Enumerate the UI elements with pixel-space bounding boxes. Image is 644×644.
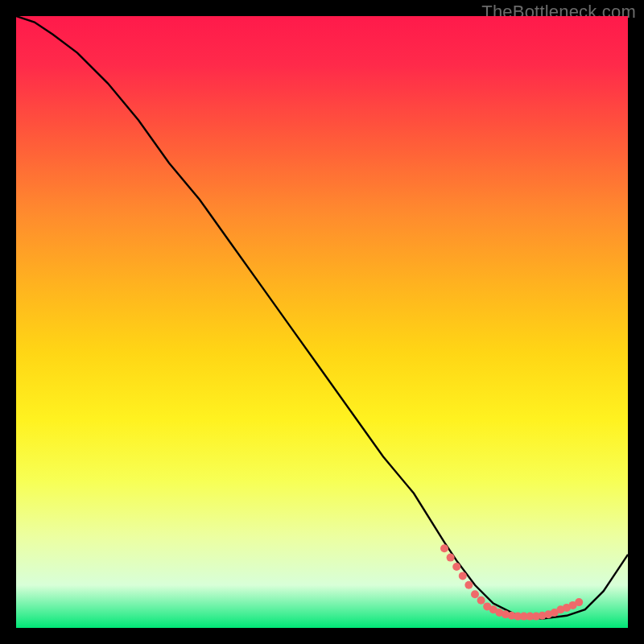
chart-frame: TheBottleneck.com [0,0,644,644]
main-curve-path [16,16,628,619]
plot-area [16,16,628,628]
marker-dot [452,563,460,571]
marker-dot [575,598,583,606]
marker-dot [464,581,473,589]
marker-dot [471,590,479,598]
dotted-segment-group [440,544,583,620]
marker-dot [440,544,448,552]
marker-dot [447,554,455,562]
marker-dot [459,572,467,580]
marker-dot [477,597,485,605]
curve-svg [16,16,628,628]
